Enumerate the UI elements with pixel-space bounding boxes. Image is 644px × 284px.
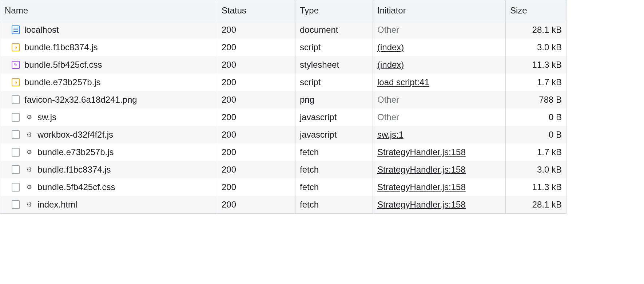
other-file-icon xyxy=(11,130,20,139)
name-cell[interactable]: ⚙bundle.5fb425cf.css xyxy=(0,178,217,196)
initiator-text: Other xyxy=(377,25,399,35)
network-table: Name Status Type Initiator Size localhos… xyxy=(0,0,567,214)
table-row[interactable]: ⚙bundle.e73b257b.js200fetchStrategyHandl… xyxy=(0,143,567,161)
status-cell: 200 xyxy=(217,143,295,161)
size-cell: 11.3 kB xyxy=(506,178,567,196)
size-cell: 11.3 kB xyxy=(506,56,567,74)
initiator-cell: Other xyxy=(373,91,506,109)
table-header-row: Name Status Type Initiator Size xyxy=(0,0,567,21)
document-file-icon xyxy=(11,25,20,34)
status-cell: 200 xyxy=(217,161,295,178)
table-row[interactable]: localhost200documentOther28.1 kB xyxy=(0,21,567,39)
initiator-link[interactable]: StrategyHandler.js:158 xyxy=(377,200,466,209)
status-cell: 200 xyxy=(217,178,295,196)
initiator-cell[interactable]: (index) xyxy=(373,56,506,74)
name-cell[interactable]: bundle.f1bc8374.js xyxy=(0,39,217,56)
initiator-cell: Other xyxy=(373,109,506,126)
initiator-link[interactable]: StrategyHandler.js:158 xyxy=(377,182,466,192)
column-header-size[interactable]: Size xyxy=(506,0,567,21)
table-row[interactable]: bundle.5fb425cf.css200stylesheet(index)1… xyxy=(0,56,567,74)
script-file-icon xyxy=(11,43,20,52)
name-cell[interactable]: bundle.5fb425cf.css xyxy=(0,56,217,74)
name-cell[interactable]: localhost xyxy=(0,21,217,39)
request-name: bundle.5fb425cf.css xyxy=(24,60,102,70)
type-cell: png xyxy=(295,91,373,109)
type-cell: fetch xyxy=(295,161,373,178)
status-cell: 200 xyxy=(217,91,295,109)
name-cell[interactable]: bundle.e73b257b.js xyxy=(0,74,217,91)
size-cell: 3.0 kB xyxy=(506,161,567,178)
name-cell[interactable]: ⚙bundle.f1bc8374.js xyxy=(0,161,217,178)
other-file-icon xyxy=(11,165,20,174)
table-row[interactable]: ⚙workbox-d32f4f2f.js200javascriptsw.js:1… xyxy=(0,126,567,143)
stylesheet-file-icon xyxy=(11,60,20,69)
request-name: favicon-32x32.6a18d241.png xyxy=(24,95,137,105)
gear-icon: ⚙ xyxy=(25,201,33,209)
size-cell: 788 B xyxy=(506,91,567,109)
gear-icon: ⚙ xyxy=(25,131,33,139)
initiator-cell[interactable]: StrategyHandler.js:158 xyxy=(373,143,506,161)
column-header-initiator[interactable]: Initiator xyxy=(373,0,506,21)
request-name: bundle.f1bc8374.js xyxy=(24,42,98,52)
other-file-icon xyxy=(11,148,20,157)
request-name: localhost xyxy=(24,25,59,35)
status-cell: 200 xyxy=(217,74,295,91)
initiator-cell[interactable]: StrategyHandler.js:158 xyxy=(373,178,506,196)
initiator-cell[interactable]: load script:41 xyxy=(373,74,506,91)
other-file-icon xyxy=(11,200,20,209)
initiator-cell[interactable]: (index) xyxy=(373,39,506,56)
request-name: bundle.e73b257b.js xyxy=(24,77,101,87)
column-header-status[interactable]: Status xyxy=(217,0,295,21)
name-cell[interactable]: favicon-32x32.6a18d241.png xyxy=(0,91,217,109)
table-row[interactable]: ⚙bundle.f1bc8374.js200fetchStrategyHandl… xyxy=(0,161,567,178)
request-name: workbox-d32f4f2f.js xyxy=(37,130,113,140)
name-cell[interactable]: ⚙workbox-d32f4f2f.js xyxy=(0,126,217,143)
initiator-link[interactable]: sw.js:1 xyxy=(377,130,404,139)
request-name: bundle.f1bc8374.js xyxy=(37,165,111,175)
initiator-link[interactable]: StrategyHandler.js:158 xyxy=(377,165,466,174)
column-header-type[interactable]: Type xyxy=(295,0,373,21)
size-cell: 1.7 kB xyxy=(506,74,567,91)
table-row[interactable]: ⚙sw.js200javascriptOther0 B xyxy=(0,109,567,126)
initiator-link[interactable]: (index) xyxy=(377,60,404,70)
status-cell: 200 xyxy=(217,56,295,74)
initiator-cell[interactable]: StrategyHandler.js:158 xyxy=(373,161,506,178)
status-cell: 200 xyxy=(217,196,295,214)
table-row[interactable]: favicon-32x32.6a18d241.png200pngOther788… xyxy=(0,91,567,109)
other-file-icon xyxy=(11,113,20,122)
initiator-cell[interactable]: StrategyHandler.js:158 xyxy=(373,196,506,214)
size-cell: 28.1 kB xyxy=(506,21,567,39)
type-cell: fetch xyxy=(295,143,373,161)
type-cell: javascript xyxy=(295,126,373,143)
type-cell: script xyxy=(295,39,373,56)
request-name: bundle.e73b257b.js xyxy=(37,147,114,157)
gear-icon: ⚙ xyxy=(25,166,33,174)
request-name: bundle.5fb425cf.css xyxy=(37,182,115,192)
initiator-link[interactable]: load script:41 xyxy=(377,77,429,87)
size-cell: 1.7 kB xyxy=(506,143,567,161)
size-cell: 28.1 kB xyxy=(506,196,567,214)
request-name: index.html xyxy=(37,200,77,210)
type-cell: fetch xyxy=(295,196,373,214)
type-cell: document xyxy=(295,21,373,39)
script-file-icon xyxy=(11,78,20,87)
name-cell[interactable]: ⚙sw.js xyxy=(0,109,217,126)
column-header-name[interactable]: Name xyxy=(0,0,217,21)
gear-icon: ⚙ xyxy=(25,113,33,121)
name-cell[interactable]: ⚙bundle.e73b257b.js xyxy=(0,143,217,161)
initiator-link[interactable]: (index) xyxy=(377,42,404,52)
initiator-text: Other xyxy=(377,112,399,122)
table-row[interactable]: bundle.f1bc8374.js200script(index)3.0 kB xyxy=(0,39,567,56)
size-cell: 0 B xyxy=(506,109,567,126)
name-cell[interactable]: ⚙index.html xyxy=(0,196,217,214)
gear-icon: ⚙ xyxy=(25,148,33,156)
initiator-cell[interactable]: sw.js:1 xyxy=(373,126,506,143)
initiator-link[interactable]: StrategyHandler.js:158 xyxy=(377,147,466,157)
table-row[interactable]: ⚙index.html200fetchStrategyHandler.js:15… xyxy=(0,196,567,214)
table-row[interactable]: bundle.e73b257b.js200scriptload script:4… xyxy=(0,74,567,91)
gear-icon: ⚙ xyxy=(25,183,33,191)
type-cell: fetch xyxy=(295,178,373,196)
table-row[interactable]: ⚙bundle.5fb425cf.css200fetchStrategyHand… xyxy=(0,178,567,196)
initiator-cell: Other xyxy=(373,21,506,39)
initiator-text: Other xyxy=(377,95,399,104)
